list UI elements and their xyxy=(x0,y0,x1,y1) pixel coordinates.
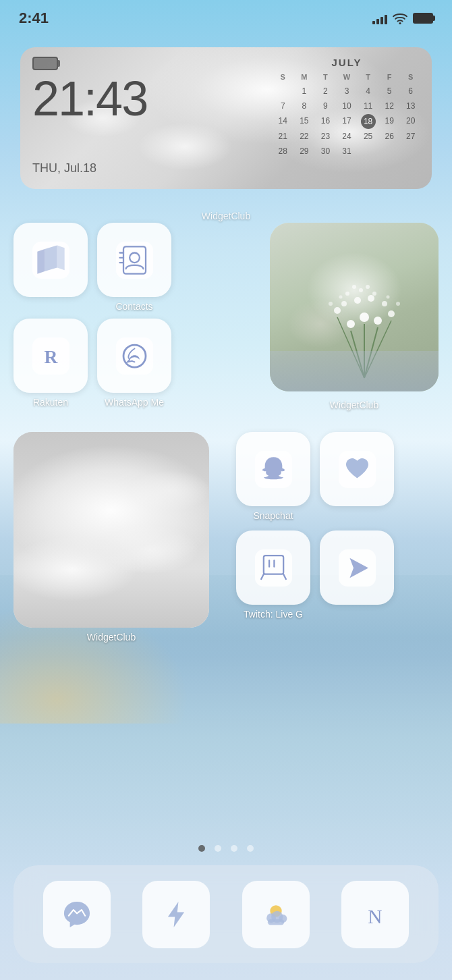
status-time: 2:41 xyxy=(19,9,49,27)
app-rakuten[interactable]: R Rakuten xyxy=(13,319,88,408)
svg-point-33 xyxy=(329,302,333,306)
app-widgetclub-1-label: WidgetClub xyxy=(330,400,378,410)
dock-weather[interactable] xyxy=(242,881,310,948)
calendar-grid: S M T W T F S 1 2 3 4 5 6 7 8 9 10 11 xyxy=(273,71,421,159)
svg-point-27 xyxy=(359,288,363,292)
svg-point-22 xyxy=(341,301,347,306)
app-send[interactable] xyxy=(320,530,394,620)
svg-point-32 xyxy=(387,296,390,299)
wifi-icon xyxy=(393,12,407,24)
app-twitch[interactable]: Twitch: Live G xyxy=(236,530,310,620)
widget-calendar: JULY S M T W T F S 1 2 3 4 5 6 7 8 9 xyxy=(273,57,421,159)
svg-point-18 xyxy=(360,312,369,322)
svg-point-24 xyxy=(354,297,361,304)
svg-point-28 xyxy=(372,292,376,296)
svg-text:R: R xyxy=(44,346,58,367)
page-dot-2[interactable] xyxy=(215,845,221,852)
widget-large: 21:43 THU, Jul.18 JULY S M T W T F S 1 2… xyxy=(20,47,432,189)
app-snapchat[interactable]: Snapchat xyxy=(236,432,310,521)
calendar-month: JULY xyxy=(273,57,421,68)
app-widgetclub-2-label: WidgetClub xyxy=(87,632,136,643)
svg-point-30 xyxy=(366,285,370,289)
app-contacts[interactable]: Contacts xyxy=(97,223,171,312)
row2-container: WidgetClub Snapchat xyxy=(13,432,439,655)
app-map[interactable] xyxy=(13,223,88,312)
svg-point-31 xyxy=(339,296,343,299)
app-widgetclub-1[interactable]: WidgetClub xyxy=(270,223,439,410)
svg-point-26 xyxy=(345,292,349,296)
signal-icon xyxy=(372,12,387,24)
battery-icon xyxy=(413,13,433,24)
app-whatsapp-label: WhatsApp Me xyxy=(105,397,164,408)
widget-label: WidgetClub xyxy=(202,211,250,221)
app-snapchat-label: Snapchat xyxy=(253,510,293,521)
page-dot-4[interactable] xyxy=(247,845,254,852)
svg-point-20 xyxy=(334,307,341,314)
row1-container: Contacts R Rakuten xyxy=(13,223,439,412)
app-twitch-label: Twitch: Live G xyxy=(244,609,303,620)
svg-point-17 xyxy=(347,320,355,328)
app-rakuten-label: Rakuten xyxy=(33,397,68,408)
svg-point-29 xyxy=(352,285,356,289)
dock-messenger[interactable] xyxy=(43,881,111,948)
app-contacts-label: Contacts xyxy=(115,301,152,312)
dock: N xyxy=(13,865,439,963)
svg-point-34 xyxy=(396,302,400,306)
app-heart[interactable] xyxy=(320,432,394,521)
svg-point-21 xyxy=(388,310,395,317)
svg-point-25 xyxy=(368,295,374,302)
app-widgetclub-2[interactable]: WidgetClub xyxy=(13,432,209,643)
dock-notes[interactable]: N xyxy=(341,881,409,948)
app-whatsapp[interactable]: WhatsApp Me xyxy=(97,319,171,408)
status-icons xyxy=(372,12,433,24)
svg-point-19 xyxy=(374,317,382,325)
widget-battery xyxy=(32,57,58,70)
svg-rect-48 xyxy=(268,919,284,925)
page-dot-1[interactable] xyxy=(198,845,205,852)
widget-time: 21:43 xyxy=(32,74,147,123)
svg-text:N: N xyxy=(368,906,383,927)
status-bar: 2:41 xyxy=(0,0,452,36)
svg-point-23 xyxy=(382,301,387,306)
page-dots xyxy=(0,845,452,852)
dock-lightning[interactable] xyxy=(142,881,210,948)
svg-point-0 xyxy=(399,22,401,24)
widget-date: THU, Jul.18 xyxy=(32,161,96,175)
widget-container[interactable]: 21:43 THU, Jul.18 JULY S M T W T F S 1 2… xyxy=(20,47,432,202)
page-dot-3[interactable] xyxy=(231,845,237,852)
